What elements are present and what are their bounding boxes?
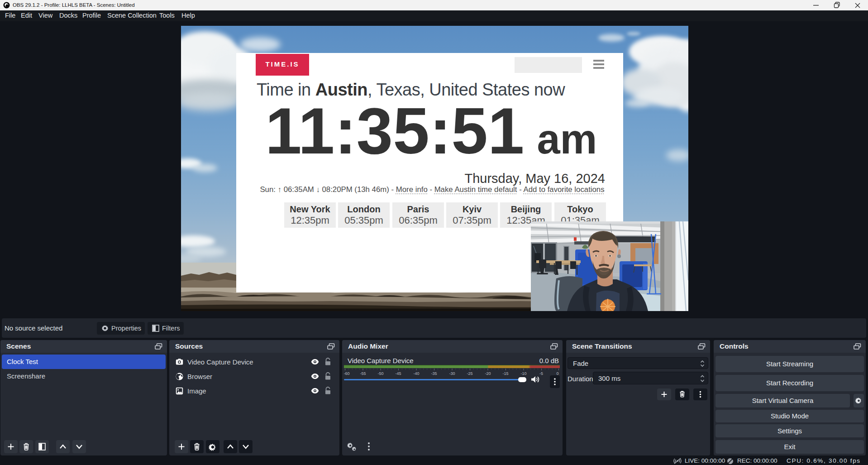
svg-text:-20: -20	[485, 371, 491, 376]
svg-text:-55: -55	[360, 371, 366, 376]
svg-text:-10: -10	[520, 371, 526, 376]
svg-text:-40: -40	[413, 371, 419, 376]
svg-text:-5: -5	[539, 371, 543, 376]
svg-text:-25: -25	[467, 371, 472, 376]
svg-text:-45: -45	[395, 371, 401, 376]
svg-text:-15: -15	[502, 371, 508, 376]
svg-text:-50: -50	[377, 371, 383, 376]
svg-text:-30: -30	[449, 371, 455, 376]
svg-text:-35: -35	[431, 371, 437, 376]
svg-text:-60: -60	[344, 371, 350, 376]
